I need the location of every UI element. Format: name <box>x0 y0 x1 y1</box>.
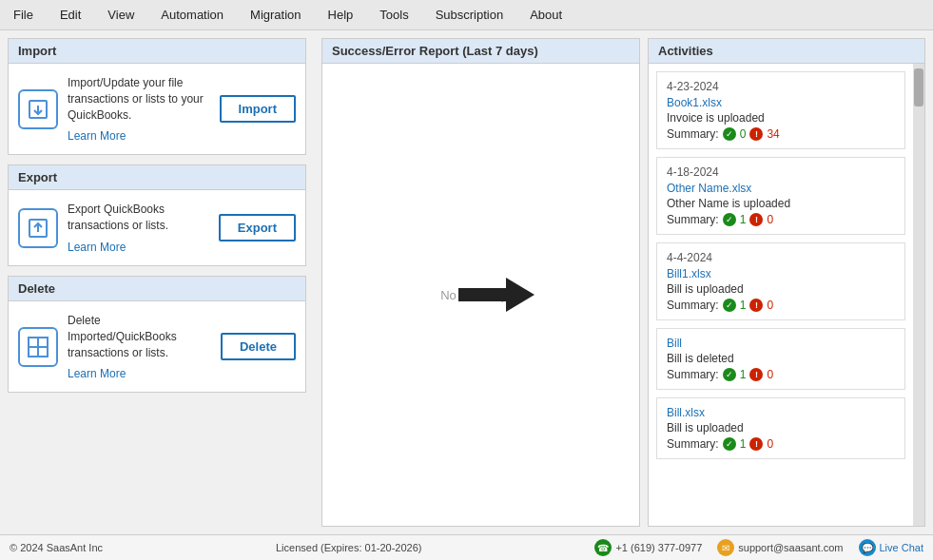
activity-entry-1: 4-18-2024 Other Name.xlsx Other Name is … <box>656 157 905 235</box>
middle-panel: Success/Error Report (Last 7 days) No da… <box>314 30 648 534</box>
delete-icon <box>18 327 58 367</box>
import-learn-more[interactable]: Learn More <box>68 129 126 143</box>
menu-help[interactable]: Help <box>315 4 367 26</box>
svg-marker-9 <box>506 278 535 312</box>
report-card: Success/Error Report (Last 7 days) No da… <box>321 38 640 527</box>
delete-desc: Delete Imported/QuickBooks transactions … <box>68 313 211 360</box>
import-text: Import/Update your file transactions or … <box>68 75 210 143</box>
summary-label-0: Summary: <box>667 127 719 141</box>
activities-header: Activities <box>649 39 924 64</box>
activity-desc-0: Invoice is uploaded <box>667 111 895 125</box>
menu-about[interactable]: About <box>516 4 575 26</box>
activity-summary-0: Summary: ✓ 0 ! 34 <box>667 127 895 141</box>
success-count-4: 1 <box>740 437 747 451</box>
error-icon-1: ! <box>749 213 763 226</box>
export-header: Export <box>9 165 305 190</box>
success-icon-3: ✓ <box>723 368 736 381</box>
export-button[interactable]: Export <box>219 214 296 241</box>
error-icon-3: ! <box>749 368 763 381</box>
activities-title: Activities <box>658 44 713 58</box>
activity-file-0[interactable]: Book1.xlsx <box>667 96 895 109</box>
activity-entry-0: 4-23-2024 Book1.xlsx Invoice is uploaded… <box>656 71 905 149</box>
import-section: Import Import/Update your file transacti… <box>8 38 306 155</box>
error-icon-0: ! <box>749 127 763 141</box>
summary-label-3: Summary: <box>667 368 719 381</box>
phone-contact: ☎ +1 (619) 377-0977 <box>594 539 702 556</box>
delete-learn-more[interactable]: Learn More <box>68 367 126 380</box>
error-count-3: 0 <box>767 368 773 381</box>
menu-tools[interactable]: Tools <box>366 4 421 26</box>
error-count-4: 0 <box>767 437 773 451</box>
license-label: Licensed (Expires: 01-20-2026) <box>276 542 421 553</box>
error-count-2: 0 <box>767 299 773 312</box>
svg-rect-8 <box>458 288 506 301</box>
activity-entry-2: 4-4-2024 Bill1.xlsx Bill is uploaded Sum… <box>656 242 905 320</box>
success-count-0: 0 <box>740 127 747 141</box>
success-count-3: 1 <box>740 368 747 381</box>
import-body: Import/Update your file transactions or … <box>9 64 305 154</box>
delete-body: Delete Imported/QuickBooks transactions … <box>9 301 305 392</box>
report-body: No data to plot <box>322 64 639 526</box>
error-count-1: 0 <box>767 213 773 226</box>
menu-automation[interactable]: Automation <box>147 4 237 26</box>
activity-desc-1: Other Name is uploaded <box>667 197 895 210</box>
menu-edit[interactable]: Edit <box>47 4 94 26</box>
menu-file[interactable]: File <box>0 4 47 26</box>
svg-rect-6 <box>29 347 38 357</box>
export-learn-more[interactable]: Learn More <box>68 241 126 254</box>
export-body: Export QuickBooks transactions or lists.… <box>9 190 305 265</box>
summary-label-1: Summary: <box>667 213 719 226</box>
activity-desc-3: Bill is deleted <box>667 352 895 365</box>
report-header: Success/Error Report (Last 7 days) <box>322 39 639 64</box>
summary-label-2: Summary: <box>667 299 719 312</box>
activity-summary-4: Summary: ✓ 1 ! 0 <box>667 437 895 451</box>
activity-date-2: 4-4-2024 <box>667 251 895 264</box>
summary-label-4: Summary: <box>667 437 719 451</box>
activity-file-1[interactable]: Other Name.xlsx <box>667 182 895 195</box>
menu-view[interactable]: View <box>94 4 147 26</box>
import-button[interactable]: Import <box>220 95 296 123</box>
activity-entry-3: Bill Bill is deleted Summary: ✓ 1 ! 0 <box>656 328 905 390</box>
activities-scroll[interactable]: 4-23-2024 Book1.xlsx Invoice is uploaded… <box>649 64 913 526</box>
phone-icon: ☎ <box>594 539 612 556</box>
menu-migration[interactable]: Migration <box>237 4 314 26</box>
activity-file-3[interactable]: Bill <box>667 337 895 350</box>
success-icon-4: ✓ <box>723 437 736 451</box>
live-chat-button[interactable]: 💬 Live Chat <box>859 539 923 556</box>
success-icon-0: ✓ <box>723 127 736 141</box>
activity-summary-2: Summary: ✓ 1 ! 0 <box>667 299 895 312</box>
activities-scrollbar[interactable] <box>913 64 924 526</box>
status-bar: © 2024 SaasAnt Inc Licensed (Expires: 01… <box>0 534 933 560</box>
status-right: ☎ +1 (619) 377-0977 ✉ support@saasant.co… <box>594 539 923 556</box>
error-icon-4: ! <box>749 437 763 451</box>
chat-icon: 💬 <box>859 539 876 556</box>
svg-rect-7 <box>38 347 48 357</box>
activity-entry-4: Bill.xlsx Bill is uploaded Summary: ✓ 1 … <box>656 397 905 459</box>
activity-file-2[interactable]: Bill1.xlsx <box>667 267 895 280</box>
phone-number: +1 (619) 377-0977 <box>615 542 702 553</box>
export-icon <box>18 208 58 248</box>
svg-rect-5 <box>38 338 48 347</box>
success-count-2: 1 <box>740 299 747 312</box>
chat-label[interactable]: Live Chat <box>880 542 923 553</box>
svg-rect-4 <box>29 338 38 347</box>
success-count-1: 1 <box>740 213 747 226</box>
import-icon <box>18 89 58 129</box>
menu-bar: File Edit View Automation Migration Help… <box>0 0 933 30</box>
activities-outer: 4-23-2024 Book1.xlsx Invoice is uploaded… <box>649 64 924 526</box>
delete-button[interactable]: Delete <box>221 333 296 360</box>
export-section: Export Export QuickBooks transactions or… <box>8 164 306 266</box>
right-panel: Activities 4-23-2024 Book1.xlsx Invoice … <box>648 30 933 534</box>
success-icon-2: ✓ <box>723 299 736 312</box>
email-address: support@saasant.com <box>738 542 843 553</box>
delete-text: Delete Imported/QuickBooks transactions … <box>68 313 211 380</box>
menu-subscription[interactable]: Subscription <box>422 4 517 26</box>
error-icon-2: ! <box>749 299 763 312</box>
activity-desc-4: Bill is uploaded <box>667 421 895 434</box>
activity-file-4[interactable]: Bill.xlsx <box>667 406 895 419</box>
error-count-0: 34 <box>767 127 779 141</box>
main-content: Import Import/Update your file transacti… <box>0 30 933 534</box>
copyright-label: © 2024 SaasAnt Inc <box>10 542 103 553</box>
export-desc: Export QuickBooks transactions or lists. <box>68 202 209 234</box>
delete-section: Delete Delete Imported/QuickBooks transa… <box>8 276 306 393</box>
